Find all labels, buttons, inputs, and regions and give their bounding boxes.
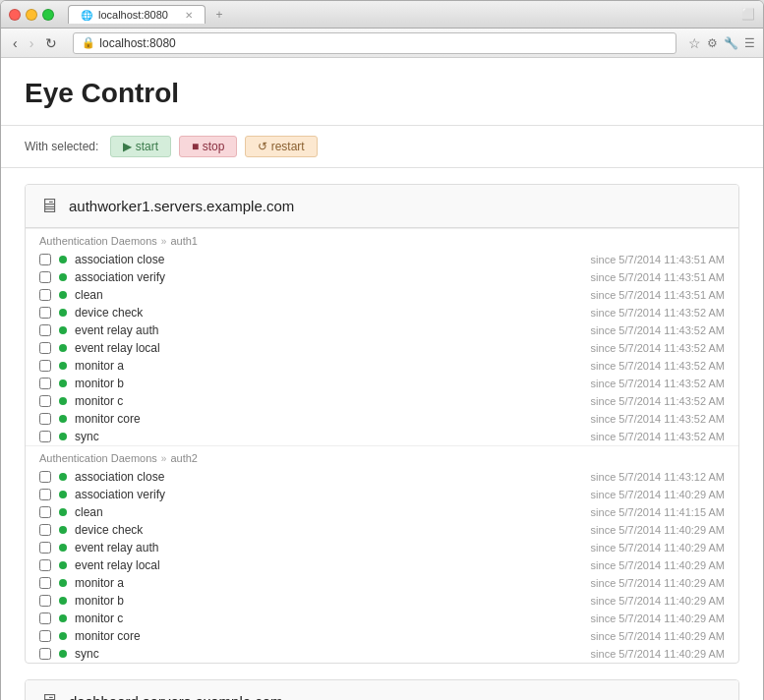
daemon-checkbox[interactable]: [39, 506, 51, 518]
daemon-name: event relay auth: [75, 541, 583, 554]
title-bar: 🌐 localhost:8080 ✕ + ⬜: [1, 1, 763, 29]
nav-bar: ‹ › ↻ 🔒 localhost:8080 ☆ ⚙ 🔧 ☰: [1, 29, 763, 58]
daemon-item: monitor a since 5/7/2014 11:40:29 AM: [26, 574, 738, 592]
daemon-checkbox[interactable]: [39, 595, 51, 607]
daemon-checkbox[interactable]: [39, 254, 51, 265]
daemon-checkbox[interactable]: [39, 648, 51, 660]
daemon-checkbox[interactable]: [39, 342, 51, 354]
daemon-name: event relay local: [75, 341, 583, 355]
daemon-checkbox[interactable]: [39, 271, 51, 283]
stop-button[interactable]: ■ stop: [179, 136, 237, 157]
window-control-1: ⬜: [741, 8, 755, 21]
toolbar: With selected: ▶ start ■ stop ↺ restart: [1, 126, 763, 168]
tab-label: localhost:8080: [98, 9, 168, 21]
daemon-checkbox[interactable]: [39, 542, 51, 554]
daemon-item: clean since 5/7/2014 11:41:15 AM: [26, 503, 738, 521]
status-dot: [59, 579, 67, 587]
servers-container: 🖥 authworker1.servers.example.com Authen…: [1, 184, 763, 700]
daemon-checkbox[interactable]: [39, 307, 51, 319]
daemon-item: association close since 5/7/2014 11:43:5…: [26, 251, 738, 268]
daemon-name: monitor core: [75, 629, 583, 643]
daemon-since: since 5/7/2014 11:40:29 AM: [591, 612, 725, 624]
maximize-button[interactable]: [42, 9, 54, 21]
daemon-checkbox[interactable]: [39, 612, 51, 624]
breadcrumb-arrow: »: [161, 453, 167, 464]
minimize-button[interactable]: [26, 9, 37, 21]
daemon-name: association close: [75, 470, 583, 484]
server-header: 🖥 dashboard.servers.example.com: [26, 680, 738, 700]
daemon-since: since 5/7/2014 11:40:29 AM: [591, 542, 725, 554]
daemon-since: since 5/7/2014 11:43:51 AM: [591, 254, 725, 265]
daemon-item: sync since 5/7/2014 11:40:29 AM: [26, 645, 738, 663]
menu-icon[interactable]: ☰: [744, 36, 755, 50]
daemon-checkbox[interactable]: [39, 413, 51, 425]
daemon-since: since 5/7/2014 11:40:29 AM: [591, 595, 725, 607]
daemon-group-header: Authentication Daemons»auth2: [26, 445, 738, 468]
daemon-item: event relay auth since 5/7/2014 11:43:52…: [26, 321, 738, 339]
breadcrumb-arrow: »: [161, 236, 167, 247]
tab-bar: 🌐 localhost:8080 ✕ +: [68, 5, 735, 25]
status-dot: [59, 473, 67, 481]
daemon-since: since 5/7/2014 11:43:52 AM: [591, 378, 725, 389]
daemon-checkbox[interactable]: [39, 431, 51, 442]
daemon-since: since 5/7/2014 11:43:52 AM: [591, 342, 725, 354]
daemon-item: monitor core since 5/7/2014 11:40:29 AM: [26, 627, 738, 645]
forward-button[interactable]: ›: [26, 33, 38, 53]
daemon-group-sub: auth2: [170, 452, 198, 464]
bookmark-icon[interactable]: ☆: [688, 35, 701, 51]
status-dot: [59, 326, 67, 334]
daemon-checkbox[interactable]: [39, 360, 51, 372]
reload-button[interactable]: ↻: [41, 33, 61, 53]
daemon-item: association verify since 5/7/2014 11:43:…: [26, 268, 738, 286]
server-icon: 🖥: [39, 690, 59, 700]
daemon-checkbox[interactable]: [39, 395, 51, 407]
traffic-lights: [9, 9, 54, 21]
daemon-name: clean: [75, 505, 583, 519]
daemon-checkbox[interactable]: [39, 524, 51, 536]
status-dot: [59, 415, 67, 423]
daemon-checkbox[interactable]: [39, 471, 51, 483]
server-header: 🖥 authworker1.servers.example.com: [26, 185, 738, 228]
daemon-since: since 5/7/2014 11:43:52 AM: [591, 395, 725, 407]
address-bar[interactable]: 🔒 localhost:8080: [73, 32, 676, 54]
daemon-since: since 5/7/2014 11:43:52 AM: [591, 360, 725, 372]
daemon-group-header: Authentication Daemons»auth1: [26, 228, 738, 251]
page-title: Eye Control: [25, 78, 739, 109]
restart-button[interactable]: ↺ restart: [245, 136, 317, 157]
status-dot: [59, 433, 67, 440]
daemon-name: monitor a: [75, 576, 583, 590]
daemon-name: monitor c: [75, 612, 583, 625]
start-button[interactable]: ▶ start: [110, 136, 171, 157]
daemon-since: since 5/7/2014 11:43:51 AM: [591, 271, 725, 283]
daemon-name: association close: [75, 253, 583, 266]
tab-close-icon[interactable]: ✕: [185, 10, 193, 21]
new-tab-button[interactable]: +: [209, 5, 229, 25]
daemon-item: association verify since 5/7/2014 11:40:…: [26, 486, 738, 503]
close-button[interactable]: [9, 9, 21, 21]
daemon-checkbox[interactable]: [39, 630, 51, 642]
daemon-checkbox[interactable]: [39, 489, 51, 500]
daemon-item: monitor b since 5/7/2014 11:43:52 AM: [26, 375, 738, 392]
extension-icon[interactable]: 🔧: [724, 36, 738, 50]
server-name: dashboard.servers.example.com: [69, 693, 283, 700]
daemon-name: association verify: [75, 488, 583, 501]
settings-icon[interactable]: ⚙: [707, 36, 718, 50]
browser-tab[interactable]: 🌐 localhost:8080 ✕: [68, 5, 206, 24]
daemon-since: since 5/7/2014 11:41:15 AM: [591, 506, 725, 518]
daemon-item: event relay local since 5/7/2014 11:40:2…: [26, 556, 738, 574]
back-button[interactable]: ‹: [9, 33, 22, 53]
daemon-checkbox[interactable]: [39, 289, 51, 301]
window-controls: ⬜: [741, 8, 755, 21]
daemon-since: since 5/7/2014 11:40:29 AM: [591, 524, 725, 536]
daemon-checkbox[interactable]: [39, 378, 51, 389]
daemon-checkbox[interactable]: [39, 577, 51, 589]
daemon-group-label: Authentication Daemons: [39, 452, 157, 464]
daemon-name: device check: [75, 523, 583, 537]
daemon-name: monitor core: [75, 412, 583, 426]
lock-icon: 🔒: [82, 36, 95, 49]
daemon-name: monitor b: [75, 377, 583, 390]
server-icon: 🖥: [39, 195, 59, 217]
status-dot: [59, 632, 67, 640]
daemon-checkbox[interactable]: [39, 324, 51, 336]
daemon-checkbox[interactable]: [39, 559, 51, 571]
